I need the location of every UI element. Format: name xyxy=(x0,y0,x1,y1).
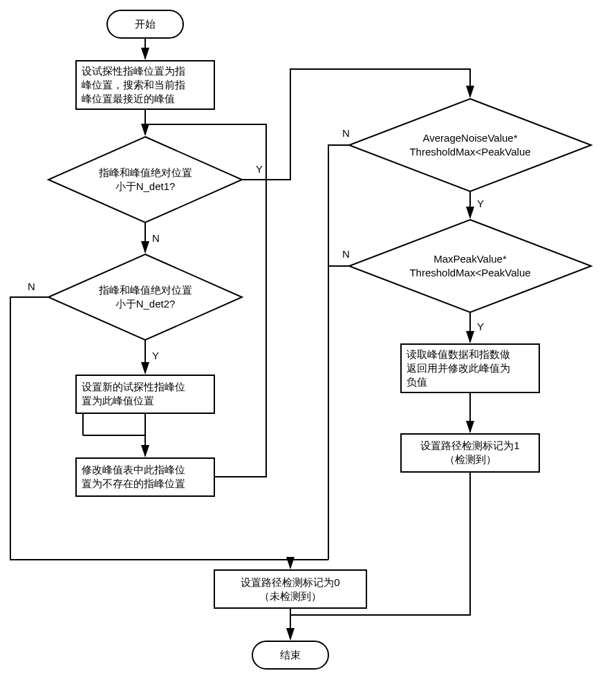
svg-marker-33 xyxy=(349,220,591,312)
svg-text:设试探性指峰位置为指: 设试探性指峰位置为指 xyxy=(82,65,185,77)
svg-text:负值: 负值 xyxy=(407,376,427,388)
decision-ndet1: 指峰和峰值绝对位置 小于N_det1? xyxy=(48,137,242,223)
svg-text:设置新的试探性指峰位: 设置新的试探性指峰位 xyxy=(82,381,185,392)
process-init-peak: 设试探性指峰位置为指 峰位置，搜索和当前指 峰位置最接近的峰值 xyxy=(76,61,214,109)
svg-text:读取峰值数据和指数做: 读取峰值数据和指数做 xyxy=(407,348,510,360)
svg-text:指峰和峰值绝对位置: 指峰和峰值绝对位置 xyxy=(98,284,192,296)
svg-text:AverageNoiseValue*: AverageNoiseValue* xyxy=(422,132,517,144)
svg-text:小于N_det2?: 小于N_det2? xyxy=(115,298,176,310)
svg-text:置为此峰值位置: 置为此峰值位置 xyxy=(82,395,154,406)
process-read-peak-return: 读取峰值数据和指数做 返回用并修改此峰值为 负值 xyxy=(401,344,539,392)
svg-text:峰位置，搜索和当前指: 峰位置，搜索和当前指 xyxy=(82,79,185,91)
svg-text:小于N_det1?: 小于N_det1? xyxy=(115,180,176,192)
svg-marker-27 xyxy=(349,99,591,191)
terminal-end-label: 结束 xyxy=(280,649,301,661)
svg-marker-11 xyxy=(48,254,242,340)
svg-text:N: N xyxy=(28,281,35,292)
svg-text:Y: Y xyxy=(152,350,159,361)
svg-text:（未检测到）: （未检测到） xyxy=(259,590,321,602)
label-y: Y xyxy=(256,163,263,175)
decision-ndet2: 指峰和峰值绝对位置 小于N_det2? xyxy=(48,254,242,340)
process-set-flag-not-detected: 设置路径检测标记为0 （未检测到） xyxy=(214,570,366,608)
svg-text:置为不存在的指峰位置: 置为不存在的指峰位置 xyxy=(82,477,185,489)
terminal-start-label: 开始 xyxy=(135,18,156,30)
svg-marker-7 xyxy=(48,137,242,223)
label-n: N xyxy=(152,232,160,244)
svg-text:修改峰值表中此指峰位: 修改峰值表中此指峰位 xyxy=(82,464,185,475)
svg-text:峰位置最接近的峰值: 峰位置最接近的峰值 xyxy=(82,93,175,104)
flowchart-diagram: 开始 设试探性指峰位置为指 峰位置，搜索和当前指 峰位置最接近的峰值 指峰和峰值… xyxy=(0,0,616,691)
process-modify-peak-table: 修改峰值表中此指峰位 置为不存在的指峰位置 xyxy=(76,458,214,496)
svg-text:ThresholdMax<PeakValue: ThresholdMax<PeakValue xyxy=(409,267,530,278)
svg-text:指峰和峰值绝对位置: 指峰和峰值绝对位置 xyxy=(98,167,192,178)
process-set-flag-detected: 设置路径检测标记为1 （检测到） xyxy=(401,434,539,472)
svg-text:N: N xyxy=(342,127,350,139)
svg-text:MaxPeakValue*: MaxPeakValue* xyxy=(433,253,507,265)
decision-max-peak-threshold: MaxPeakValue* ThresholdMax<PeakValue xyxy=(349,220,591,312)
svg-text:设置路径检测标记为1: 设置路径检测标记为1 xyxy=(420,439,519,451)
svg-text:设置路径检测标记为0: 设置路径检测标记为0 xyxy=(241,576,339,588)
decision-avg-noise-threshold: AverageNoiseValue* ThresholdMax<PeakValu… xyxy=(349,99,591,191)
terminal-start: 开始 xyxy=(107,10,183,38)
svg-text:返回用并修改此峰值为: 返回用并修改此峰值为 xyxy=(407,362,510,374)
svg-text:N: N xyxy=(342,248,350,260)
svg-text:Y: Y xyxy=(477,198,484,209)
process-set-new-tentative-peak: 设置新的试探性指峰位 置为此峰值位置 xyxy=(76,375,214,413)
svg-text:ThresholdMax<PeakValue: ThresholdMax<PeakValue xyxy=(409,146,530,158)
terminal-end: 结束 xyxy=(252,641,328,669)
svg-text:（检测到）: （检测到） xyxy=(445,453,496,465)
svg-text:Y: Y xyxy=(477,321,484,332)
